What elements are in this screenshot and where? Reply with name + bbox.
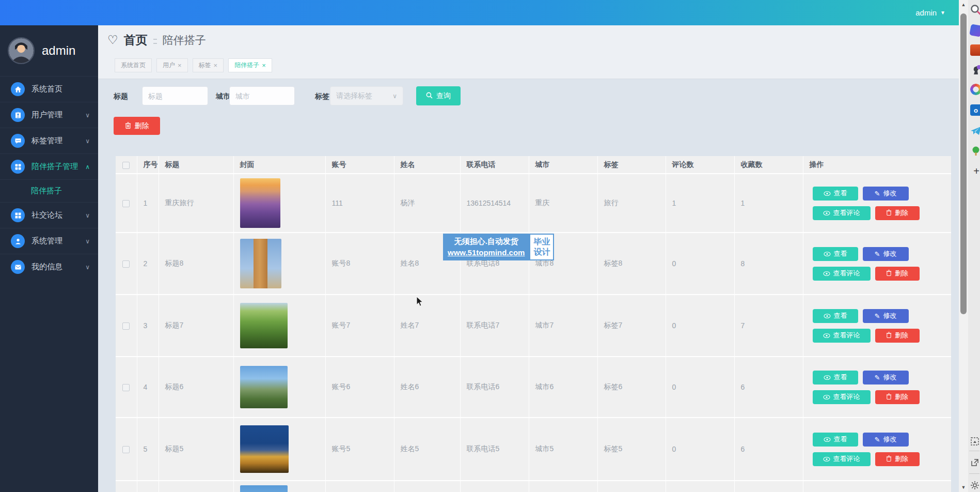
blue-tag-app-icon[interactable] bbox=[970, 25, 980, 37]
row-checkbox[interactable] bbox=[122, 446, 130, 453]
profile-name: admin bbox=[42, 43, 75, 58]
cell-account: 账号6 bbox=[325, 357, 394, 418]
delete-button[interactable]: 删除 bbox=[875, 267, 920, 281]
row-checkbox[interactable] bbox=[122, 322, 130, 330]
row-checkbox[interactable] bbox=[122, 260, 130, 268]
view-comments-button[interactable]: 查看评论 bbox=[813, 206, 871, 220]
sidebar-item-companion-management[interactable]: 陪伴搭子管理 ∧ bbox=[0, 153, 98, 179]
view-comments-button[interactable]: 查看评论 bbox=[813, 267, 871, 281]
view-button[interactable]: 查看 bbox=[813, 187, 858, 201]
person-icon bbox=[11, 234, 25, 248]
divider bbox=[969, 473, 979, 474]
view-comments-button[interactable]: 查看评论 bbox=[813, 390, 871, 404]
cell-title: 标题8 bbox=[159, 233, 233, 295]
view-comments-button[interactable]: 查看评论 bbox=[813, 329, 871, 343]
cell-favorites: 7 bbox=[734, 295, 803, 357]
chevron-down-icon: ∨ bbox=[85, 212, 90, 219]
row-checkbox[interactable] bbox=[122, 384, 130, 391]
edit-button[interactable]: ✎修改 bbox=[863, 433, 909, 447]
view-button[interactable]: 查看 bbox=[813, 433, 858, 447]
watermark-badge: 毕业 设计 bbox=[529, 234, 554, 260]
cell-name: 姓名6 bbox=[394, 357, 460, 418]
chess-app-icon[interactable] bbox=[970, 64, 980, 76]
title-filter-input[interactable] bbox=[142, 86, 208, 105]
breadcrumb: ♡ 首页 陪伴搭子 bbox=[107, 32, 206, 48]
breadcrumb-home[interactable]: 首页 bbox=[124, 32, 148, 48]
close-icon[interactable]: × bbox=[214, 62, 218, 69]
desktop-icon-strip: o + bbox=[968, 0, 980, 492]
sidebar-subitem-companion[interactable]: 陪伴搭子 bbox=[0, 179, 98, 202]
cell-phone: 联系电话6 bbox=[460, 357, 529, 418]
column-header: 账号 bbox=[325, 156, 394, 174]
select-all-checkbox[interactable] bbox=[122, 162, 130, 169]
cell-tag: 标签6 bbox=[597, 357, 666, 418]
watermark: 无须担心.自动发货 www.51topmind.com 毕业 设计 bbox=[443, 234, 554, 260]
gear-icon[interactable] bbox=[970, 481, 980, 492]
tag-select-placeholder: 请选择标签 bbox=[336, 91, 372, 101]
edit-button[interactable]: ✎修改 bbox=[863, 309, 909, 323]
browser-scrollbar[interactable]: ▲ ▼ bbox=[959, 0, 968, 492]
outlook-app-icon[interactable]: o bbox=[970, 104, 980, 117]
avatar[interactable] bbox=[8, 37, 35, 64]
scroll-down-arrow-icon[interactable]: ▼ bbox=[959, 485, 968, 490]
delete-button[interactable]: 删除 bbox=[875, 390, 920, 404]
eye-icon bbox=[824, 250, 831, 258]
scrollbar-thumb[interactable] bbox=[960, 13, 967, 314]
search-button-label: 查询 bbox=[436, 91, 451, 101]
sidebar-item-home[interactable]: 系统首页 bbox=[0, 76, 98, 102]
delete-button[interactable]: 删除 bbox=[875, 452, 920, 466]
sidebar-item-users[interactable]: 用户管理 ∨ bbox=[0, 102, 98, 128]
view-button[interactable]: 查看 bbox=[813, 247, 858, 261]
user-menu-label: admin bbox=[915, 8, 937, 17]
chevron-up-icon: ∧ bbox=[85, 163, 90, 171]
scroll-up-arrow-icon[interactable]: ▲ bbox=[959, 2, 968, 7]
close-icon[interactable]: × bbox=[178, 62, 182, 69]
office-ring-app-icon[interactable] bbox=[970, 84, 980, 96]
view-button[interactable]: 查看 bbox=[813, 371, 858, 385]
view-comments-button[interactable]: 查看评论 bbox=[813, 452, 871, 466]
chevron-down-icon: ∨ bbox=[85, 112, 90, 119]
search-button[interactable]: 查询 bbox=[416, 86, 461, 105]
tag-filter-select[interactable]: 请选择标签 ∨ bbox=[330, 86, 403, 105]
cell-account: 111 bbox=[325, 174, 394, 233]
tab-companion[interactable]: 陪伴搭子 × bbox=[228, 58, 272, 72]
pencil-icon: ✎ bbox=[875, 313, 880, 319]
plant-app-icon[interactable] bbox=[970, 146, 980, 158]
cell-name: 姓名7 bbox=[394, 295, 460, 357]
edit-button[interactable]: ✎修改 bbox=[863, 247, 909, 261]
screenshot-tool-icon[interactable] bbox=[970, 437, 980, 449]
sidebar-item-label: 系统首页 bbox=[31, 84, 62, 94]
tab-users[interactable]: 用户 × bbox=[156, 58, 188, 72]
search-icon bbox=[426, 92, 433, 100]
sidebar-item-tags[interactable]: 标签管理 ∨ bbox=[0, 128, 98, 153]
sidebar-item-system[interactable]: 系统管理 ∨ bbox=[0, 228, 98, 254]
tab-tags[interactable]: 标签 × bbox=[193, 58, 224, 72]
delete-button[interactable]: 删除 bbox=[875, 206, 920, 220]
profile-section: admin bbox=[0, 25, 98, 76]
edit-button[interactable]: ✎修改 bbox=[863, 187, 909, 201]
edit-button[interactable]: ✎修改 bbox=[863, 371, 909, 385]
trash-icon bbox=[886, 209, 892, 217]
eye-icon bbox=[824, 190, 831, 197]
bulk-delete-button[interactable]: 删除 bbox=[114, 117, 160, 135]
sidebar-item-my-info[interactable]: 我的信息 ∨ bbox=[0, 254, 98, 280]
cell-favorites: 8 bbox=[734, 233, 803, 295]
cell-comments: 0 bbox=[666, 233, 734, 295]
search-desktop-icon[interactable] bbox=[970, 4, 980, 17]
open-external-icon[interactable] bbox=[970, 458, 980, 470]
grid-icon bbox=[11, 160, 25, 174]
row-checkbox[interactable] bbox=[122, 200, 130, 207]
cell-title: 标题7 bbox=[159, 295, 233, 357]
telegram-app-icon[interactable] bbox=[970, 125, 980, 137]
tab-home[interactable]: 系统首页 bbox=[115, 58, 152, 72]
toolbox-app-icon[interactable] bbox=[970, 44, 980, 57]
cell-tag: 标签8 bbox=[597, 233, 666, 295]
city-filter-input[interactable] bbox=[229, 86, 295, 105]
view-button[interactable]: 查看 bbox=[813, 309, 858, 323]
plus-desktop-icon[interactable]: + bbox=[970, 165, 980, 178]
sidebar-item-forum[interactable]: 社交论坛 ∨ bbox=[0, 202, 98, 228]
user-menu[interactable]: admin ▼ bbox=[915, 0, 945, 25]
cell-account: 账号7 bbox=[325, 295, 394, 357]
delete-button[interactable]: 删除 bbox=[875, 329, 920, 343]
close-icon[interactable]: × bbox=[262, 62, 266, 69]
